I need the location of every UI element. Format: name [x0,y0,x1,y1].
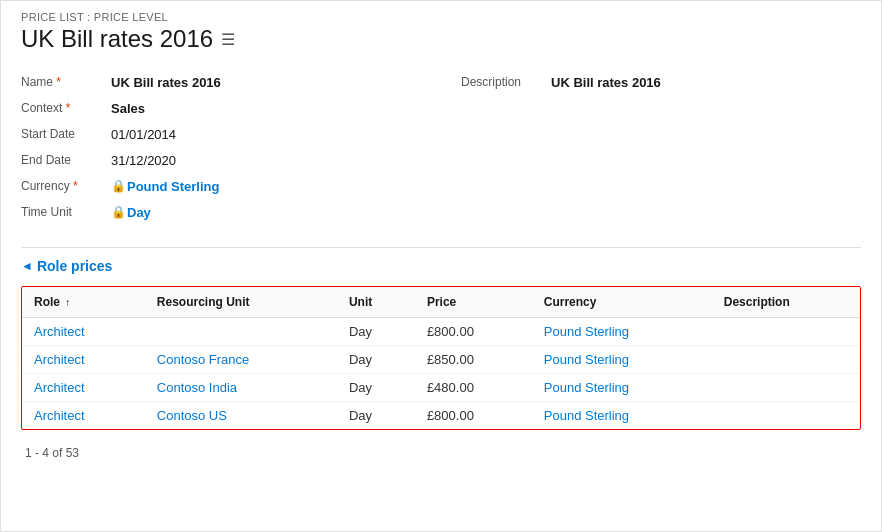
context-label: Context * [21,101,111,115]
cell-description [712,318,860,346]
page-container: PRICE LIST : PRICE LEVEL UK Bill rates 2… [0,0,882,532]
role-prices-header: ◄ Role prices [21,258,861,274]
cell-currency[interactable]: Pound Sterling [532,346,712,374]
table-body: Architect Day £800.00 Pound Sterling Arc… [22,318,860,430]
cell-description [712,402,860,430]
start-date-value: 01/01/2014 [111,127,176,142]
description-label: Description [461,75,551,89]
cell-unit: Day [337,346,415,374]
cell-price: £480.00 [415,374,532,402]
currency-label: Currency * [21,179,111,193]
menu-icon[interactable]: ☰ [221,30,235,49]
form-left: Name * UK Bill rates 2016 Context * Sale… [21,71,421,227]
cell-resourcing-unit[interactable]: Contoso US [145,402,337,430]
cell-price: £850.00 [415,346,532,374]
cell-currency[interactable]: Pound Sterling [532,318,712,346]
page-title-row: UK Bill rates 2016 ☰ [21,25,861,53]
page-title: UK Bill rates 2016 [21,25,213,53]
cell-description [712,346,860,374]
table-row: Architect Day £800.00 Pound Sterling [22,318,860,346]
cell-role[interactable]: Architect [22,318,145,346]
time-unit-value[interactable]: Day [127,205,151,220]
form-right: Description UK Bill rates 2016 [461,71,861,227]
currency-lock-icon: 🔒 [111,179,123,193]
cell-price: £800.00 [415,318,532,346]
col-unit: Unit [337,287,415,318]
cell-role[interactable]: Architect [22,346,145,374]
start-date-label: Start Date [21,127,111,141]
name-label: Name * [21,75,111,89]
sort-icon-role[interactable]: ↑ [65,297,70,308]
cell-resourcing-unit[interactable]: Contoso India [145,374,337,402]
currency-row: Currency * 🔒 Pound Sterling [21,175,421,197]
time-unit-row: Time Unit 🔒 Day [21,201,421,223]
name-row: Name * UK Bill rates 2016 [21,71,421,93]
divider [21,247,861,248]
cell-unit: Day [337,374,415,402]
start-date-row: Start Date 01/01/2014 [21,123,421,145]
breadcrumb: PRICE LIST : PRICE LEVEL [21,11,861,23]
description-row: Description UK Bill rates 2016 [461,71,861,93]
currency-value[interactable]: Pound Sterling [127,179,219,194]
section-arrow-icon: ◄ [21,259,33,273]
col-resourcing-unit: Resourcing Unit [145,287,337,318]
cell-resourcing-unit [145,318,337,346]
col-price: Price [415,287,532,318]
col-description: Description [712,287,860,318]
end-date-value: 31/12/2020 [111,153,176,168]
time-unit-label: Time Unit [21,205,111,219]
cell-description [712,374,860,402]
role-prices-table: Role ↑ Resourcing Unit Unit Price Curren… [22,287,860,429]
description-value: UK Bill rates 2016 [551,75,661,90]
end-date-label: End Date [21,153,111,167]
cell-currency[interactable]: Pound Sterling [532,402,712,430]
cell-resourcing-unit[interactable]: Contoso France [145,346,337,374]
form-section: Name * UK Bill rates 2016 Context * Sale… [21,71,861,227]
cell-unit: Day [337,402,415,430]
cell-price: £800.00 [415,402,532,430]
name-value: UK Bill rates 2016 [111,75,221,90]
table-row: Architect Contoso US Day £800.00 Pound S… [22,402,860,430]
time-unit-lock-icon: 🔒 [111,205,123,219]
context-value: Sales [111,101,145,116]
col-role: Role ↑ [22,287,145,318]
cell-role[interactable]: Architect [22,374,145,402]
pagination: 1 - 4 of 53 [21,440,861,466]
context-row: Context * Sales [21,97,421,119]
cell-role[interactable]: Architect [22,402,145,430]
table-header-row: Role ↑ Resourcing Unit Unit Price Curren… [22,287,860,318]
col-currency: Currency [532,287,712,318]
role-prices-label: Role prices [37,258,112,274]
cell-unit: Day [337,318,415,346]
role-prices-table-container: Role ↑ Resourcing Unit Unit Price Curren… [21,286,861,430]
table-row: Architect Contoso India Day £480.00 Poun… [22,374,860,402]
end-date-row: End Date 31/12/2020 [21,149,421,171]
table-row: Architect Contoso France Day £850.00 Pou… [22,346,860,374]
cell-currency[interactable]: Pound Sterling [532,374,712,402]
